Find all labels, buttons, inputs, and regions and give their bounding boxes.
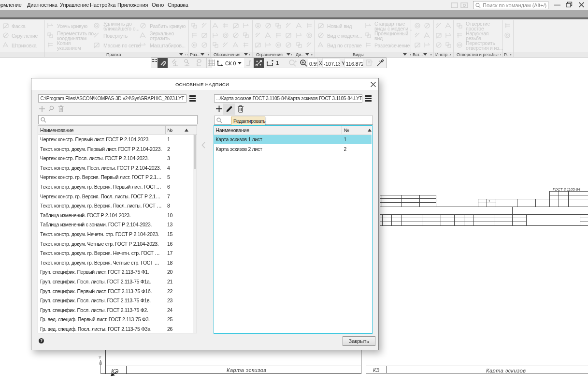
svg-text:Карта эскизов: Карта эскизов [486, 368, 526, 373]
svg-text:ГОСТ 3.1105-84: ГОСТ 3.1105-84 [553, 187, 581, 192]
svg-text:1: 1 [488, 199, 490, 203]
svg-text:Карта эскизов: Карта эскизов [227, 367, 267, 373]
svg-text:?: ? [40, 338, 43, 343]
svg-text:КЭ: КЭ [111, 368, 118, 375]
svg-text:КЭ: КЭ [373, 367, 379, 373]
svg-text:Y: Y [99, 355, 101, 360]
